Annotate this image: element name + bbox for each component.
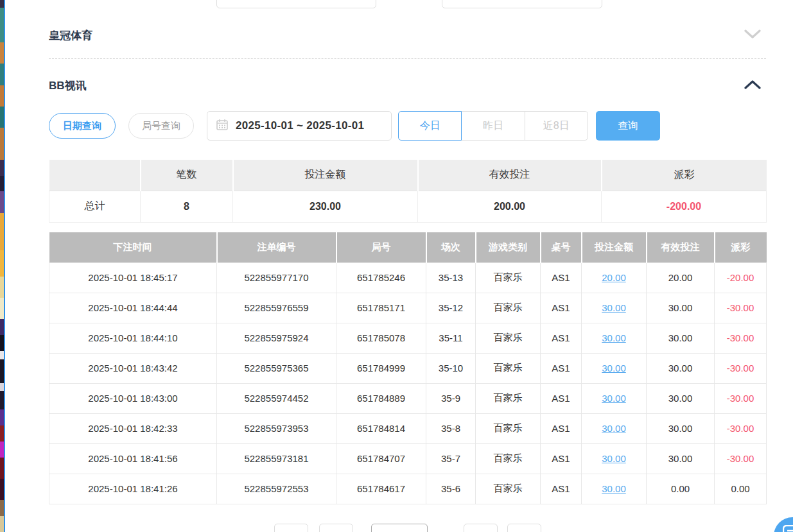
round-id-cell: 651785246 bbox=[336, 262, 426, 293]
round-id-cell: 651784707 bbox=[336, 443, 426, 474]
bet-table-header-row: 下注时间 注单编号 局号 场次 游戏类别 桌号 投注金额 有效投注 派彩 bbox=[49, 232, 767, 262]
game-type-cell: 百家乐 bbox=[476, 413, 541, 443]
header-table-id: 桌号 bbox=[541, 232, 582, 262]
valid-bet-cell: 30.00 bbox=[647, 293, 715, 323]
session-cell: 35-13 bbox=[426, 262, 476, 293]
bet-amount-link[interactable]: 30.00 bbox=[602, 332, 626, 343]
bet-amount-cell: 30.00 bbox=[582, 293, 647, 323]
last8days-button[interactable]: 近8日 bbox=[525, 111, 588, 141]
payout-cell: -30.00 bbox=[715, 443, 767, 474]
payout-cell: -30.00 bbox=[715, 323, 767, 353]
bet-amount-cell: 30.00 bbox=[582, 323, 647, 353]
summary-count-value: 8 bbox=[141, 191, 233, 222]
bb-collapse-button[interactable] bbox=[739, 78, 766, 92]
bet-amount-link[interactable]: 30.00 bbox=[602, 302, 626, 313]
round-id-cell: 651785078 bbox=[336, 323, 426, 353]
chevron-down-icon bbox=[744, 31, 761, 41]
table-row: 2025-10-01 18:43:42522855975365651784999… bbox=[49, 353, 767, 383]
game-type-cell: 百家乐 bbox=[476, 262, 541, 293]
bet-id-cell: 522855977170 bbox=[217, 262, 336, 293]
query-controls: 日期查询 局号查询 2025-10-01 ~ 2025-10-01 今日 昨日 … bbox=[49, 111, 766, 141]
summary-header-count: 笔数 bbox=[141, 160, 233, 191]
bet-time-cell: 2025-10-01 18:41:26 bbox=[49, 474, 217, 504]
header-payout: 派彩 bbox=[715, 232, 767, 262]
partial-input-right[interactable] bbox=[442, 0, 602, 8]
summary-header-blank bbox=[49, 160, 141, 191]
bet-id-cell: 522855973953 bbox=[217, 413, 336, 443]
session-cell: 35-8 bbox=[426, 413, 476, 443]
session-cell: 35-6 bbox=[426, 474, 476, 504]
crown-sports-title: 皇冠体育 bbox=[49, 28, 92, 43]
section-crown-sports: 皇冠体育 bbox=[49, 26, 766, 45]
date-query-tab[interactable]: 日期查询 bbox=[49, 113, 116, 139]
payout-cell: -30.00 bbox=[715, 413, 767, 443]
bet-amount-link[interactable]: 30.00 bbox=[602, 393, 626, 404]
valid-bet-cell: 30.00 bbox=[647, 353, 715, 383]
table-row: 2025-10-01 18:45:17522855977170651785246… bbox=[49, 262, 767, 293]
table-row: 2025-10-01 18:41:26522855972553651784617… bbox=[49, 474, 767, 504]
round-query-tab[interactable]: 局号查询 bbox=[128, 113, 194, 139]
table-id-cell: AS1 bbox=[541, 443, 582, 474]
section-bb-video: BB视讯 bbox=[49, 76, 766, 95]
table-id-cell: AS1 bbox=[541, 413, 582, 443]
summary-total-label: 总计 bbox=[49, 191, 141, 222]
today-button[interactable]: 今日 bbox=[398, 111, 462, 141]
table-row: 2025-10-01 18:43:00522855974452651784889… bbox=[49, 383, 767, 413]
pager-goto-button[interactable] bbox=[507, 524, 541, 532]
page: 皇冠体育 BB视讯 日期查询 局号查询 bbox=[0, 0, 793, 532]
bet-time-cell: 2025-10-01 18:43:00 bbox=[49, 383, 217, 413]
table-row: 2025-10-01 18:44:44522855976559651785171… bbox=[49, 293, 767, 323]
game-type-cell: 百家乐 bbox=[476, 323, 541, 353]
round-id-cell: 651784999 bbox=[336, 353, 426, 383]
bet-amount-link[interactable]: 20.00 bbox=[602, 272, 626, 283]
crown-expand-button[interactable] bbox=[739, 28, 766, 42]
header-bet-time: 下注时间 bbox=[49, 232, 217, 262]
payout-cell: -30.00 bbox=[715, 383, 767, 413]
game-type-cell: 百家乐 bbox=[476, 443, 541, 474]
search-button[interactable]: 查询 bbox=[596, 111, 660, 141]
game-type-cell: 百家乐 bbox=[476, 383, 541, 413]
table-row: 2025-10-01 18:42:33522855973953651784814… bbox=[49, 413, 767, 443]
bet-amount-cell: 30.00 bbox=[582, 383, 647, 413]
round-id-cell: 651785171 bbox=[336, 293, 426, 323]
pager-prev-button[interactable] bbox=[274, 524, 308, 532]
bet-amount-link[interactable]: 30.00 bbox=[602, 363, 626, 373]
bet-amount-link[interactable]: 30.00 bbox=[602, 423, 626, 434]
yesterday-button[interactable]: 昨日 bbox=[461, 111, 525, 141]
header-bet-amount: 投注金额 bbox=[582, 232, 647, 262]
bet-time-cell: 2025-10-01 18:45:17 bbox=[49, 262, 217, 293]
customer-service-button[interactable] bbox=[774, 517, 793, 532]
header-round-id: 局号 bbox=[336, 232, 426, 262]
summary-table: 笔数 投注金额 有效投注 派彩 总计 8 230.00 200.00 -200.… bbox=[49, 160, 767, 223]
bet-amount-cell: 30.00 bbox=[582, 474, 647, 504]
bet-table-body: 2025-10-01 18:45:17522855977170651785246… bbox=[49, 262, 767, 504]
session-cell: 35-11 bbox=[426, 323, 476, 353]
calendar-icon bbox=[216, 119, 228, 133]
bet-id-cell: 522855974452 bbox=[217, 383, 336, 413]
header-valid-bet: 有效投注 bbox=[647, 232, 715, 262]
pager-size-select[interactable] bbox=[371, 524, 428, 532]
bet-amount-link[interactable]: 30.00 bbox=[602, 453, 626, 464]
valid-bet-cell: 30.00 bbox=[647, 323, 715, 353]
bet-id-cell: 522855975365 bbox=[217, 353, 336, 383]
bet-amount-link[interactable]: 30.00 bbox=[602, 483, 626, 494]
pager-page-button[interactable] bbox=[319, 524, 353, 532]
bet-time-cell: 2025-10-01 18:44:44 bbox=[49, 293, 217, 323]
table-id-cell: AS1 bbox=[541, 262, 582, 293]
pager-next-button[interactable] bbox=[464, 524, 498, 532]
date-range-picker[interactable]: 2025-10-01 ~ 2025-10-01 bbox=[207, 111, 392, 141]
bet-amount-cell: 30.00 bbox=[582, 443, 647, 474]
bet-amount-cell: 30.00 bbox=[582, 353, 647, 383]
payout-cell: 0.00 bbox=[715, 474, 767, 504]
valid-bet-cell: 30.00 bbox=[647, 443, 715, 474]
round-id-cell: 651784617 bbox=[336, 474, 426, 504]
round-id-cell: 651784814 bbox=[336, 413, 426, 443]
session-cell: 35-10 bbox=[426, 353, 476, 383]
valid-bet-cell: 0.00 bbox=[647, 474, 715, 504]
game-type-cell: 百家乐 bbox=[476, 353, 541, 383]
quick-range-group: 今日 昨日 近8日 bbox=[398, 111, 588, 141]
partial-input-left[interactable] bbox=[216, 0, 376, 8]
round-id-cell: 651784889 bbox=[336, 383, 426, 413]
header-session: 场次 bbox=[426, 232, 476, 262]
header-game-type: 游戏类别 bbox=[476, 232, 541, 262]
